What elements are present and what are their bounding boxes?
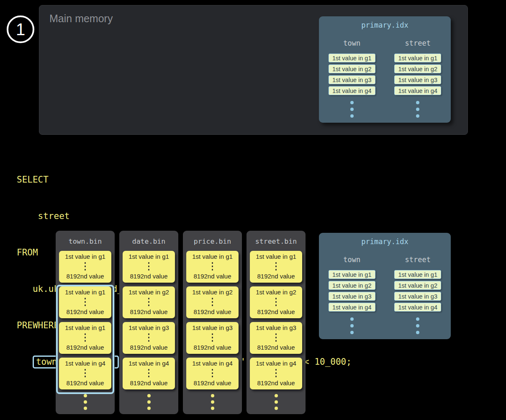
bin-file-title: street.bin <box>247 237 306 245</box>
granule-block: 1st value in g4 8192nd value <box>123 358 175 389</box>
diagram-canvas: 1 Main memory primary.idx town 1st value… <box>0 0 506 420</box>
granule-block: 1st value in g4 8192nd value <box>59 358 111 389</box>
granule-first-value: 1st value in g4 <box>256 360 296 367</box>
granule-block: 1st value in g2 8192nd value <box>250 286 302 318</box>
granule-last-value: 8192nd value <box>193 344 231 351</box>
granule-block: 1st value in g1 8192nd value <box>59 322 111 354</box>
index-mark-chip: 1st value in g1 <box>394 54 441 62</box>
granule-block: 1st value in g1 8192nd value <box>123 251 175 283</box>
ellipsis-icon <box>275 298 277 306</box>
bin-file-title: price.bin <box>183 237 242 245</box>
granule-blocks: 1st value in g1 8192nd value 1st value i… <box>56 251 115 389</box>
ellipsis-icon <box>275 333 277 342</box>
primary-idx-panel-disk: primary.idx town 1st value in g1 1st val… <box>319 233 451 339</box>
granule-first-value: 1st value in g3 <box>256 324 296 331</box>
bin-file-street: street.bin 1st value in g1 8192nd value … <box>247 231 306 414</box>
primary-idx-column-street: street 1st value in g1 1st value in g2 1… <box>385 39 451 118</box>
ellipsis-icon <box>416 317 419 334</box>
index-mark-chip: 1st value in g2 <box>329 64 375 73</box>
granule-last-value: 8192nd value <box>193 379 231 387</box>
granule-last-value: 8192nd value <box>66 308 104 315</box>
ellipsis-icon <box>148 262 150 271</box>
granule-block: 1st value in g4 8192nd value <box>250 358 302 389</box>
ellipsis-icon <box>148 333 150 342</box>
bin-file-town: town.bin 1st value in g1 8192nd value 1s… <box>56 231 115 414</box>
ellipsis-icon <box>416 101 419 118</box>
column-header: town <box>343 39 360 47</box>
granule-last-value: 8192nd value <box>257 273 295 280</box>
ellipsis-icon <box>85 333 86 342</box>
granule-last-value: 8192nd value <box>257 308 295 315</box>
main-memory-title: Main memory <box>49 13 113 25</box>
index-mark-chip: 1st value in g3 <box>394 292 441 301</box>
primary-idx-column-street: street 1st value in g1 1st value in g2 1… <box>385 255 451 334</box>
column-header: town <box>343 255 360 264</box>
granule-block: 1st value in g3 8192nd value <box>250 322 302 354</box>
index-mark-chip: 1st value in g4 <box>329 303 375 312</box>
granule-first-value: 1st value in g1 <box>128 253 169 260</box>
ellipsis-icon <box>212 333 213 342</box>
ellipsis-icon <box>275 262 277 271</box>
granule-first-value: 1st value in g4 <box>192 360 233 367</box>
primary-idx-title: primary.idx <box>319 16 451 29</box>
sql-indent <box>17 357 33 367</box>
granule-first-value: 1st value in g3 <box>192 324 233 331</box>
granule-block: 1st value in g1 8192nd value <box>59 251 111 283</box>
ellipsis-icon <box>275 369 277 377</box>
granule-last-value: 8192nd value <box>130 379 167 387</box>
bin-file-title: town.bin <box>56 237 115 245</box>
granule-last-value: 8192nd value <box>66 379 104 387</box>
column-header: street <box>405 255 431 264</box>
sql-line: street <box>17 210 352 222</box>
primary-idx-column-town: town 1st value in g1 1st value in g2 1st… <box>319 255 385 334</box>
granule-last-value: 8192nd value <box>66 344 104 351</box>
granule-first-value: 1st value in g1 <box>65 289 105 296</box>
ellipsis-icon <box>119 394 178 410</box>
ellipsis-icon <box>247 394 306 410</box>
granule-blocks: 1st value in g1 8192nd value 1st value i… <box>183 251 242 389</box>
granule-block: 1st value in g4 8192nd value <box>186 358 239 389</box>
primary-idx-panel-memory: primary.idx town 1st value in g1 1st val… <box>319 16 451 123</box>
granule-first-value: 1st value in g2 <box>256 289 296 296</box>
index-mark-chip: 1st value in g1 <box>394 270 441 279</box>
granule-first-value: 1st value in g2 <box>128 289 169 296</box>
granule-first-value: 1st value in g3 <box>128 324 169 331</box>
granule-first-value: 1st value in g4 <box>128 360 169 367</box>
granule-last-value: 8192nd value <box>193 308 231 315</box>
index-mark-chip: 1st value in g2 <box>394 281 441 290</box>
ellipsis-icon <box>56 394 115 410</box>
granule-first-value: 1st value in g4 <box>65 360 105 367</box>
primary-idx-title: primary.idx <box>319 233 451 246</box>
granule-block: 1st value in g2 8192nd value <box>186 286 239 318</box>
bin-file-date: date.bin 1st value in g1 8192nd value 1s… <box>119 231 178 414</box>
granule-block: 1st value in g1 8192nd value <box>186 251 239 283</box>
step-number: 1 <box>16 20 25 39</box>
index-mark-chip: 1st value in g2 <box>329 281 375 290</box>
bin-file-price: price.bin 1st value in g1 8192nd value 1… <box>183 231 242 414</box>
granule-block: 1st value in g3 8192nd value <box>123 322 175 354</box>
granule-last-value: 8192nd value <box>130 344 167 351</box>
ellipsis-icon <box>85 298 86 306</box>
granule-first-value: 1st value in g1 <box>256 253 296 260</box>
ellipsis-icon <box>148 298 150 306</box>
ellipsis-icon <box>350 101 354 118</box>
granule-block: 1st value in g1 8192nd value <box>59 286 111 318</box>
granule-last-value: 8192nd value <box>130 273 167 280</box>
index-mark-chip: 1st value in g3 <box>329 292 375 301</box>
granule-last-value: 8192nd value <box>130 308 167 315</box>
ellipsis-icon <box>212 262 213 271</box>
granule-block: 1st value in g2 8192nd value <box>123 286 175 318</box>
granule-first-value: 1st value in g1 <box>65 324 105 331</box>
sql-line: SELECT <box>17 174 352 186</box>
step-number-badge: 1 <box>7 15 34 43</box>
ellipsis-icon <box>148 369 150 377</box>
index-mark-chip: 1st value in g1 <box>329 54 375 62</box>
primary-idx-columns: town 1st value in g1 1st value in g2 1st… <box>319 39 451 118</box>
granule-first-value: 1st value in g2 <box>192 289 233 296</box>
index-mark-chip: 1st value in g1 <box>329 270 375 279</box>
granule-last-value: 8192nd value <box>66 273 104 280</box>
granule-blocks: 1st value in g1 8192nd value 1st value i… <box>247 251 306 389</box>
ellipsis-icon <box>212 298 213 306</box>
granule-first-value: 1st value in g1 <box>192 253 233 260</box>
index-mark-chip: 1st value in g3 <box>329 75 375 84</box>
